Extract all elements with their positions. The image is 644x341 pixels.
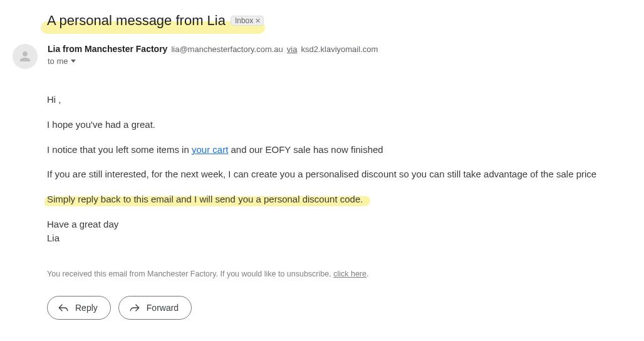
close-icon[interactable]: ✕ bbox=[255, 17, 261, 25]
sender-name[interactable]: Lia from Manchester Factory bbox=[48, 44, 167, 54]
inbox-badge-label: Inbox bbox=[235, 16, 253, 25]
unsubscribe-link[interactable]: click here bbox=[333, 270, 366, 278]
recipient-line[interactable]: to me bbox=[48, 56, 631, 66]
body-signoff: Have a great day bbox=[47, 218, 631, 231]
forward-icon bbox=[129, 302, 140, 313]
body-line2-a: I notice that you left some items in bbox=[47, 144, 192, 155]
unsubscribe-footer: You received this email from Manchester … bbox=[47, 270, 631, 278]
email-subject: A personal message from Lia bbox=[47, 13, 226, 29]
sender-email: lia@manchesterfactory.com.au bbox=[171, 45, 283, 54]
email-body: Hi , I hope you've had a great. I notice… bbox=[47, 93, 631, 244]
via-domain: ksd2.klaviyomail.com bbox=[301, 45, 378, 54]
forward-button[interactable]: Forward bbox=[118, 296, 192, 320]
chevron-down-icon[interactable] bbox=[71, 60, 76, 63]
footer-text: You received this email from Manchester … bbox=[47, 270, 333, 278]
body-line2-b: and our EOFY sale has now finished bbox=[228, 144, 383, 155]
your-cart-link[interactable]: your cart bbox=[192, 144, 228, 155]
body-line2: I notice that you left some items in you… bbox=[47, 143, 631, 157]
reply-button[interactable]: Reply bbox=[47, 296, 111, 320]
reply-label: Reply bbox=[75, 303, 98, 313]
action-buttons: Reply Forward bbox=[47, 296, 631, 320]
body-line1: I hope you've had a great. bbox=[47, 118, 631, 132]
inbox-badge[interactable]: Inbox ✕ bbox=[231, 16, 264, 26]
body-line4-wrap: Simply reply back to this email and I wi… bbox=[47, 194, 363, 204]
body-signature: Lia bbox=[47, 231, 631, 245]
avatar[interactable] bbox=[13, 44, 38, 69]
via-word: via bbox=[287, 45, 298, 54]
sender-header: Lia from Manchester Factory lia@manchest… bbox=[13, 44, 631, 69]
body-line4: Simply reply back to this email and I wi… bbox=[47, 194, 363, 204]
sender-line: Lia from Manchester Factory lia@manchest… bbox=[48, 44, 631, 54]
recipient-text: to me bbox=[48, 56, 68, 66]
body-line3: If you are still interested, for the nex… bbox=[47, 167, 631, 181]
subject-row: A personal message from Lia Inbox ✕ bbox=[47, 13, 631, 29]
forward-label: Forward bbox=[147, 303, 179, 313]
reply-icon bbox=[58, 302, 69, 313]
person-icon bbox=[18, 49, 33, 64]
body-greeting: Hi , bbox=[47, 93, 631, 107]
footer-period: . bbox=[366, 270, 368, 278]
